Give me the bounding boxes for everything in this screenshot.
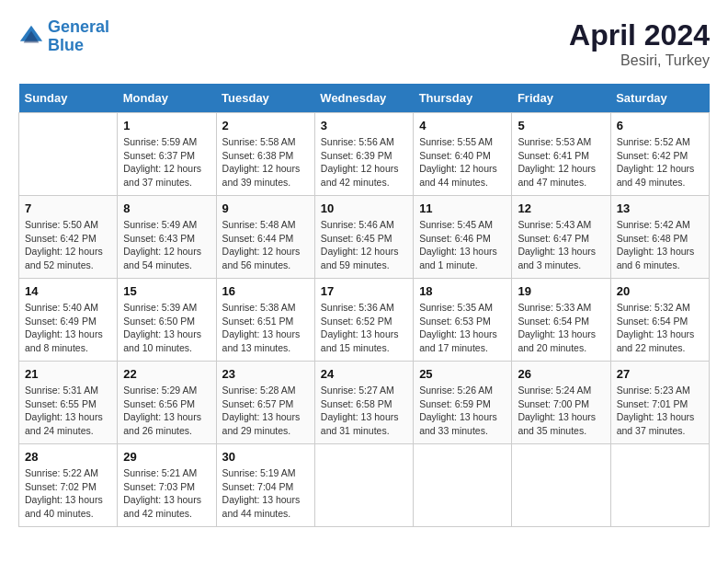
day-info: Sunrise: 5:27 AM Sunset: 6:58 PM Dayligh… xyxy=(321,384,407,438)
header-day-monday: Monday xyxy=(118,84,216,113)
day-info: Sunrise: 5:42 AM Sunset: 6:48 PM Dayligh… xyxy=(617,218,703,272)
day-number: 21 xyxy=(25,367,111,381)
calendar-cell: 19Sunrise: 5:33 AM Sunset: 6:54 PM Dayli… xyxy=(512,279,610,362)
header-day-sunday: Sunday xyxy=(19,84,118,113)
day-number: 24 xyxy=(321,367,407,381)
calendar-cell: 22Sunrise: 5:29 AM Sunset: 6:56 PM Dayli… xyxy=(118,362,216,444)
day-number: 22 xyxy=(123,367,210,381)
day-number: 7 xyxy=(25,201,111,215)
day-info: Sunrise: 5:50 AM Sunset: 6:42 PM Dayligh… xyxy=(25,218,111,272)
day-number: 15 xyxy=(123,284,210,298)
calendar-cell: 14Sunrise: 5:40 AM Sunset: 6:49 PM Dayli… xyxy=(19,279,118,362)
calendar-cell: 29Sunrise: 5:21 AM Sunset: 7:03 PM Dayli… xyxy=(118,444,216,527)
day-number: 1 xyxy=(123,119,210,132)
calendar-cell: 23Sunrise: 5:28 AM Sunset: 6:57 PM Dayli… xyxy=(216,362,314,444)
calendar-cell: 6Sunrise: 5:52 AM Sunset: 6:42 PM Daylig… xyxy=(610,113,709,196)
header-day-thursday: Thursday xyxy=(414,84,512,113)
calendar-cell: 13Sunrise: 5:42 AM Sunset: 6:48 PM Dayli… xyxy=(610,196,709,279)
calendar-cell: 20Sunrise: 5:32 AM Sunset: 6:54 PM Dayli… xyxy=(610,279,709,362)
day-number: 12 xyxy=(518,201,604,215)
day-number: 9 xyxy=(222,201,309,215)
calendar-cell xyxy=(414,444,512,527)
header-day-friday: Friday xyxy=(512,84,610,113)
day-number: 25 xyxy=(419,367,506,381)
logo: General Blue xyxy=(18,18,109,55)
week-row-4: 21Sunrise: 5:31 AM Sunset: 6:55 PM Dayli… xyxy=(19,362,710,444)
day-info: Sunrise: 5:59 AM Sunset: 6:37 PM Dayligh… xyxy=(123,135,210,190)
day-number: 3 xyxy=(321,119,407,132)
day-number: 16 xyxy=(222,284,309,298)
calendar-cell: 25Sunrise: 5:26 AM Sunset: 6:59 PM Dayli… xyxy=(414,362,512,444)
day-number: 17 xyxy=(321,284,407,298)
calendar-cell: 10Sunrise: 5:46 AM Sunset: 6:45 PM Dayli… xyxy=(314,196,413,279)
day-number: 26 xyxy=(518,367,604,381)
calendar-cell: 24Sunrise: 5:27 AM Sunset: 6:58 PM Dayli… xyxy=(314,362,413,444)
calendar-cell xyxy=(314,444,413,527)
calendar-cell xyxy=(19,113,118,196)
day-info: Sunrise: 5:48 AM Sunset: 6:44 PM Dayligh… xyxy=(222,218,309,272)
day-number: 30 xyxy=(222,450,309,464)
day-info: Sunrise: 5:45 AM Sunset: 6:46 PM Dayligh… xyxy=(419,218,506,272)
calendar-cell: 12Sunrise: 5:43 AM Sunset: 6:47 PM Dayli… xyxy=(512,196,610,279)
calendar-cell: 17Sunrise: 5:36 AM Sunset: 6:52 PM Dayli… xyxy=(314,279,413,362)
day-info: Sunrise: 5:23 AM Sunset: 7:01 PM Dayligh… xyxy=(617,384,703,438)
week-row-5: 28Sunrise: 5:22 AM Sunset: 7:02 PM Dayli… xyxy=(19,444,710,527)
day-number: 5 xyxy=(518,119,604,132)
location: Besiri, Turkey xyxy=(569,52,710,69)
day-info: Sunrise: 5:53 AM Sunset: 6:41 PM Dayligh… xyxy=(518,135,604,190)
day-number: 2 xyxy=(222,119,309,132)
day-info: Sunrise: 5:21 AM Sunset: 7:03 PM Dayligh… xyxy=(123,466,210,521)
calendar-cell: 11Sunrise: 5:45 AM Sunset: 6:46 PM Dayli… xyxy=(414,196,512,279)
logo-line2: Blue xyxy=(48,36,84,54)
day-number: 27 xyxy=(617,367,703,381)
day-info: Sunrise: 5:43 AM Sunset: 6:47 PM Dayligh… xyxy=(518,218,604,272)
title-section: April 2024 Besiri, Turkey xyxy=(569,18,710,69)
logo-icon xyxy=(18,24,44,50)
month-title: April 2024 xyxy=(569,18,710,52)
day-info: Sunrise: 5:52 AM Sunset: 6:42 PM Dayligh… xyxy=(617,135,703,190)
calendar-cell: 30Sunrise: 5:19 AM Sunset: 7:04 PM Dayli… xyxy=(216,444,314,527)
day-number: 14 xyxy=(25,284,111,298)
calendar-cell: 15Sunrise: 5:39 AM Sunset: 6:50 PM Dayli… xyxy=(118,279,216,362)
calendar-cell: 28Sunrise: 5:22 AM Sunset: 7:02 PM Dayli… xyxy=(19,444,118,527)
day-info: Sunrise: 5:26 AM Sunset: 6:59 PM Dayligh… xyxy=(419,384,506,438)
day-info: Sunrise: 5:58 AM Sunset: 6:38 PM Dayligh… xyxy=(222,135,309,190)
day-info: Sunrise: 5:33 AM Sunset: 6:54 PM Dayligh… xyxy=(518,301,604,355)
day-number: 10 xyxy=(321,201,407,215)
calendar-cell: 2Sunrise: 5:58 AM Sunset: 6:38 PM Daylig… xyxy=(216,113,314,196)
day-info: Sunrise: 5:32 AM Sunset: 6:54 PM Dayligh… xyxy=(617,301,703,355)
day-info: Sunrise: 5:24 AM Sunset: 7:00 PM Dayligh… xyxy=(518,384,604,438)
calendar-cell: 3Sunrise: 5:56 AM Sunset: 6:39 PM Daylig… xyxy=(314,113,413,196)
day-number: 8 xyxy=(123,201,210,215)
calendar-cell: 5Sunrise: 5:53 AM Sunset: 6:41 PM Daylig… xyxy=(512,113,610,196)
header-day-tuesday: Tuesday xyxy=(216,84,314,113)
calendar-cell: 27Sunrise: 5:23 AM Sunset: 7:01 PM Dayli… xyxy=(610,362,709,444)
calendar-cell xyxy=(512,444,610,527)
calendar-table: SundayMondayTuesdayWednesdayThursdayFrid… xyxy=(18,84,710,527)
day-number: 13 xyxy=(617,201,703,215)
day-info: Sunrise: 5:28 AM Sunset: 6:57 PM Dayligh… xyxy=(222,384,309,438)
calendar-cell: 4Sunrise: 5:55 AM Sunset: 6:40 PM Daylig… xyxy=(414,113,512,196)
page-header: General Blue April 2024 Besiri, Turkey xyxy=(18,18,710,69)
calendar-cell: 1Sunrise: 5:59 AM Sunset: 6:37 PM Daylig… xyxy=(118,113,216,196)
day-info: Sunrise: 5:22 AM Sunset: 7:02 PM Dayligh… xyxy=(25,466,111,521)
day-number: 4 xyxy=(419,119,506,132)
day-number: 20 xyxy=(617,284,703,298)
day-info: Sunrise: 5:19 AM Sunset: 7:04 PM Dayligh… xyxy=(222,466,309,521)
day-info: Sunrise: 5:49 AM Sunset: 6:43 PM Dayligh… xyxy=(123,218,210,272)
day-info: Sunrise: 5:40 AM Sunset: 6:49 PM Dayligh… xyxy=(25,301,111,355)
calendar-cell: 9Sunrise: 5:48 AM Sunset: 6:44 PM Daylig… xyxy=(216,196,314,279)
header-day-wednesday: Wednesday xyxy=(314,84,413,113)
header-row: SundayMondayTuesdayWednesdayThursdayFrid… xyxy=(19,84,710,113)
day-number: 23 xyxy=(222,367,309,381)
calendar-cell: 7Sunrise: 5:50 AM Sunset: 6:42 PM Daylig… xyxy=(19,196,118,279)
header-day-saturday: Saturday xyxy=(610,84,709,113)
day-info: Sunrise: 5:55 AM Sunset: 6:40 PM Dayligh… xyxy=(419,135,506,190)
week-row-3: 14Sunrise: 5:40 AM Sunset: 6:49 PM Dayli… xyxy=(19,279,710,362)
day-info: Sunrise: 5:35 AM Sunset: 6:53 PM Dayligh… xyxy=(419,301,506,355)
calendar-cell: 21Sunrise: 5:31 AM Sunset: 6:55 PM Dayli… xyxy=(19,362,118,444)
calendar-cell: 26Sunrise: 5:24 AM Sunset: 7:00 PM Dayli… xyxy=(512,362,610,444)
day-number: 11 xyxy=(419,201,506,215)
calendar-cell xyxy=(610,444,709,527)
day-info: Sunrise: 5:31 AM Sunset: 6:55 PM Dayligh… xyxy=(25,384,111,438)
